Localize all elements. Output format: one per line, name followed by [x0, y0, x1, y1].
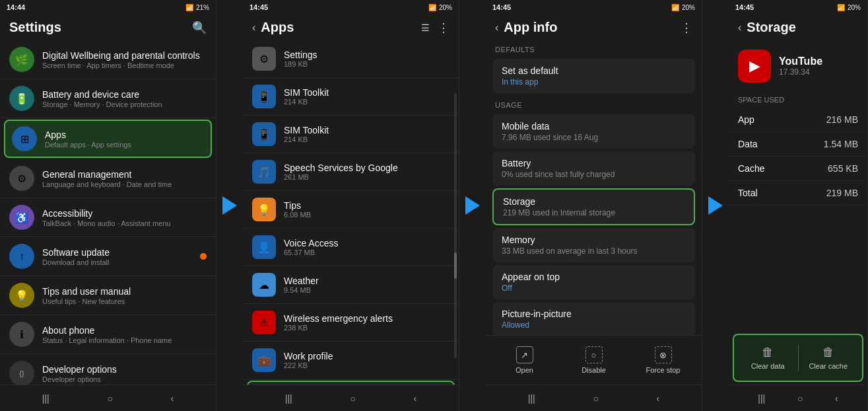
speech-icon: 🎵	[252, 160, 276, 184]
app-item-voice[interactable]: 👤 Voice Access 65.37 MB	[243, 229, 459, 266]
nav-back-4[interactable]: ‹	[835, 393, 838, 404]
settings-item-software[interactable]: ↑ Software update Download and install	[0, 237, 216, 276]
settings-list: 🌿 Digital Wellbeing and parental control…	[0, 40, 216, 385]
nav-home-4[interactable]: ○	[797, 393, 803, 404]
nav-back-2[interactable]: ‹	[413, 393, 417, 404]
settings-item-apps[interactable]: ⊞ Apps Default apps · App settings	[4, 120, 212, 158]
settings-item-developer[interactable]: {} Developer options Developer options	[0, 354, 216, 385]
nav-recent-3[interactable]: |||	[528, 393, 535, 404]
wireless-icon: ⚠	[252, 311, 276, 334]
arrow-right-2	[465, 196, 480, 215]
nav-home-1[interactable]: ○	[107, 393, 112, 404]
status-bar-2: 14:45 📶20%	[243, 0, 459, 15]
set-as-default-item[interactable]: Set as default In this app	[492, 59, 695, 93]
general-icon: ⚙	[9, 166, 34, 191]
app-item-sim1[interactable]: 📱 SIM Toolkit 214 KB	[243, 78, 459, 116]
voice-name: Voice Access	[284, 238, 450, 248]
wireless-name: Wireless emergency alerts	[284, 313, 450, 324]
app-info-top-bar: ‹ App info ⋮	[486, 15, 702, 40]
time-4: 14:45	[735, 3, 754, 11]
tips-icon: 💡	[9, 283, 34, 308]
settings-item-digital-wellbeing[interactable]: 🌿 Digital Wellbeing and parental control…	[0, 40, 216, 79]
nav-home-2[interactable]: ○	[350, 393, 355, 404]
mobile-data-item[interactable]: Mobile data 7.96 MB used since 16 Aug	[492, 114, 695, 149]
nav-recent-2[interactable]: |||	[285, 393, 292, 404]
pip-item[interactable]: Picture-in-picture Allowed	[492, 302, 695, 335]
app-item-sim2[interactable]: 📱 SIM Toolkit 214 KB	[243, 116, 459, 153]
work-name: Work profile	[284, 351, 450, 361]
apps-title: Apps	[45, 130, 204, 140]
battery-item[interactable]: Battery 0% used since last fully charged	[492, 151, 695, 186]
accessibility-sub: TalkBack · Mono audio · Assistant menu	[42, 219, 207, 227]
disable-button[interactable]: ○ Disable	[559, 342, 628, 378]
developer-icon: {}	[9, 361, 34, 385]
apps-more-icon[interactable]: ⋮	[438, 20, 450, 35]
about-icon: ℹ	[9, 322, 34, 347]
digital-wellbeing-title: Digital Wellbeing and parental controls	[42, 50, 207, 61]
nav-back-3[interactable]: ‹	[656, 393, 659, 404]
accessibility-icon: ♿	[9, 205, 34, 230]
clear-data-button[interactable]: 🗑 Clear data	[738, 342, 798, 374]
software-title: Software update	[42, 247, 207, 258]
apps-filter-icon[interactable]: ☰	[421, 22, 430, 33]
settings-title: Settings	[9, 20, 61, 35]
battery-usage-title: Battery	[502, 158, 686, 168]
app-item-tips[interactable]: 💡 Tips 6.08 MB	[243, 191, 459, 229]
storage-item[interactable]: Storage 219 MB used in Internal storage	[492, 188, 695, 225]
app-info-panel: 14:45 📶20% ‹ App info ⋮ Defaults Set as …	[486, 0, 702, 411]
clear-data-label: Clear data	[751, 362, 785, 370]
tips-sub: Useful tips · New features	[42, 297, 207, 305]
memory-item[interactable]: Memory 33 MB used on average in last 3 h…	[492, 228, 695, 262]
app-item-work[interactable]: 💼 Work profile 222 KB	[243, 342, 459, 379]
app-item-weather[interactable]: ☁ Weather 9.54 MB	[243, 266, 459, 304]
settings-item-tips[interactable]: 💡 Tips and user manual Useful tips · New…	[0, 276, 216, 315]
developer-sub: Developer options	[42, 375, 207, 383]
total-row: Total 219 MB	[729, 181, 867, 205]
scrollbar-track	[454, 93, 457, 358]
app-item-settings[interactable]: ⚙ Settings 189 KB	[243, 40, 459, 78]
disable-icon: ○	[585, 346, 603, 363]
weather-name: Weather	[284, 276, 450, 286]
settings-item-general[interactable]: ⚙ General management Language and keyboa…	[0, 159, 216, 198]
nav-back-1[interactable]: ‹	[170, 393, 174, 404]
app-item-wireless[interactable]: ⚠ Wireless emergency alerts 238 KB	[243, 304, 459, 342]
arrow-3	[702, 0, 729, 411]
open-button[interactable]: ↗ Open	[490, 342, 559, 378]
defaults-label: Defaults	[486, 40, 702, 56]
cache-label: Cache	[738, 163, 764, 174]
nav-home-3[interactable]: ○	[593, 393, 598, 404]
settings-item-battery[interactable]: 🔋 Battery and device care Storage · Memo…	[0, 79, 216, 118]
storage-back-button[interactable]: ‹	[738, 22, 741, 34]
about-title: About phone	[42, 325, 207, 336]
settings-app-size: 189 KB	[284, 60, 450, 68]
force-stop-button[interactable]: ⊗ Force stop	[628, 342, 698, 378]
appear-on-top-title: Appear on top	[502, 272, 686, 282]
memory-sub: 33 MB used on average in last 3 hours	[502, 246, 686, 256]
nav-recent-1[interactable]: |||	[42, 393, 50, 404]
apps-back-button[interactable]: ‹	[252, 22, 255, 34]
bottom-nav-2: ||| ○ ‹	[243, 385, 459, 411]
clear-cache-icon: 🗑	[822, 346, 834, 359]
set-default-sub: In this app	[502, 77, 686, 87]
settings-item-accessibility[interactable]: ♿ Accessibility TalkBack · Mono audio · …	[0, 198, 216, 237]
cache-value: 655 KB	[828, 163, 858, 174]
battery-2: 📶20%	[428, 4, 452, 11]
app-info-title: App info	[504, 20, 557, 35]
clear-actions-bar: 🗑 Clear data 🗑 Clear cache	[733, 334, 863, 382]
pip-sub: Allowed	[502, 320, 686, 330]
sim2-icon: 📱	[252, 122, 276, 146]
clear-data-icon: 🗑	[762, 346, 774, 359]
app-info-more-icon[interactable]: ⋮	[681, 20, 692, 35]
nav-recent-4[interactable]: |||	[758, 393, 765, 404]
open-label: Open	[516, 366, 533, 374]
search-icon[interactable]: 🔍	[192, 20, 207, 35]
status-bar-4: 14:45 📶20%	[729, 0, 867, 15]
appear-on-top-item[interactable]: Appear on top Off	[492, 265, 695, 299]
speech-name: Speech Services by Google	[284, 163, 450, 173]
settings-item-about[interactable]: ℹ About phone Status · Legal information…	[0, 315, 216, 354]
app-item-speech[interactable]: 🎵 Speech Services by Google 261 MB	[243, 153, 459, 191]
scrollbar-thumb[interactable]	[454, 252, 457, 279]
app-info-back-button[interactable]: ‹	[495, 22, 498, 34]
app-item-youtube[interactable]: ▶ YouTube 218 MB ∧	[247, 381, 455, 385]
clear-cache-button[interactable]: 🗑 Clear cache	[799, 342, 859, 374]
